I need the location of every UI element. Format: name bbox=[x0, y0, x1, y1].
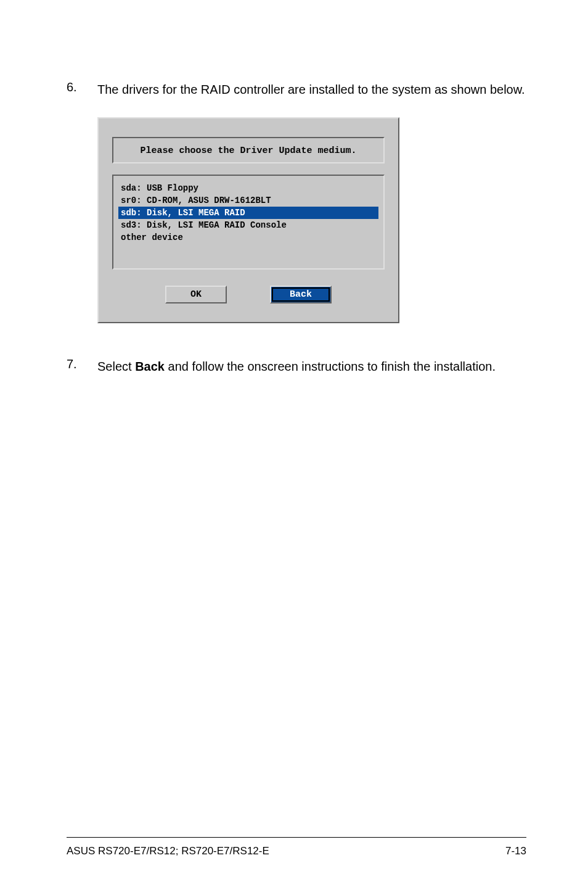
step-6: 6. The drivers for the RAID controller a… bbox=[67, 80, 526, 99]
page-footer: ASUS RS720-E7/RS12; RS720-E7/RS12-E 7-13 bbox=[67, 837, 526, 857]
step-7-number: 7. bbox=[67, 357, 97, 376]
dialog-title-box: Please choose the Driver Update medium. bbox=[112, 137, 385, 163]
step-7-after: and follow the onscreen instructions to … bbox=[165, 360, 496, 373]
step-7-text: Select Back and follow the onscreen inst… bbox=[97, 357, 526, 376]
step-6-number: 6. bbox=[67, 80, 97, 99]
step-7-before: Select bbox=[97, 360, 135, 373]
list-item[interactable]: sda: USB Floppy bbox=[118, 182, 378, 194]
footer-product: ASUS RS720-E7/RS12; RS720-E7/RS12-E bbox=[67, 845, 269, 857]
footer-page-number: 7-13 bbox=[505, 845, 526, 857]
step-7-bold: Back bbox=[135, 360, 165, 373]
button-row: OK Back bbox=[112, 281, 385, 308]
dialog-title: Please choose the Driver Update medium. bbox=[140, 146, 356, 156]
list-item[interactable]: sd3: Disk, LSI MEGA RAID Console bbox=[118, 219, 378, 231]
step-6-text: The drivers for the RAID controller are … bbox=[97, 80, 526, 99]
dialog-screenshot: Please choose the Driver Update medium. … bbox=[97, 117, 526, 323]
device-list[interactable]: sda: USB Floppy sr0: CD-ROM, ASUS DRW-16… bbox=[112, 175, 385, 270]
list-item-selected[interactable]: sdb: Disk, LSI MEGA RAID bbox=[118, 207, 378, 219]
step-7: 7. Select Back and follow the onscreen i… bbox=[67, 357, 526, 376]
ok-button[interactable]: OK bbox=[165, 286, 227, 303]
driver-update-dialog: Please choose the Driver Update medium. … bbox=[97, 117, 399, 323]
back-button[interactable]: Back bbox=[270, 286, 332, 303]
list-item[interactable]: sr0: CD-ROM, ASUS DRW-1612BLT bbox=[118, 194, 378, 207]
list-item[interactable]: other device bbox=[118, 231, 378, 244]
